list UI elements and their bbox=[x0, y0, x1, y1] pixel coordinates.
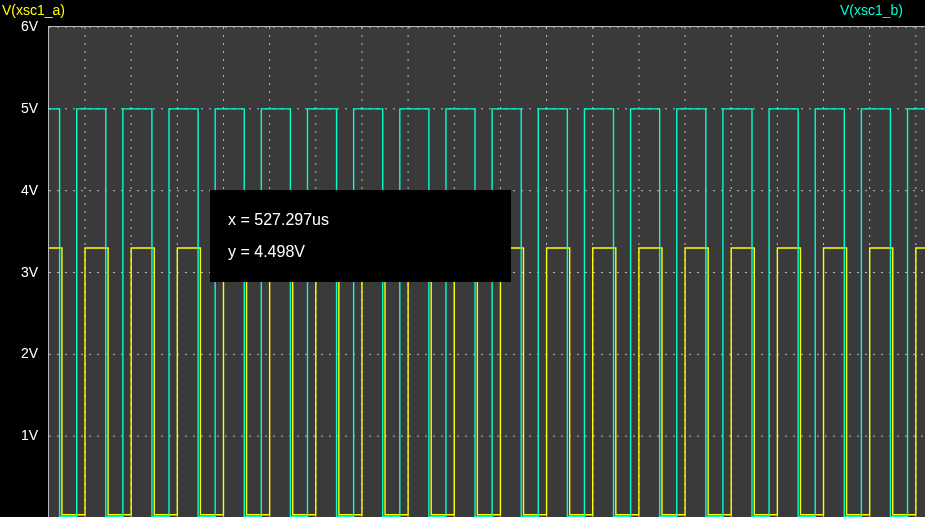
y-tick-label: 5V bbox=[21, 100, 38, 116]
y-tick-label: 1V bbox=[21, 427, 38, 443]
cursor-readout: x = 527.297us y = 4.498V bbox=[210, 190, 511, 282]
y-tick-label: 3V bbox=[21, 264, 38, 280]
trace-label-a: V(xsc1_a) bbox=[2, 2, 65, 18]
y-tick-label: 4V bbox=[21, 182, 38, 198]
y-tick-label: 2V bbox=[21, 345, 38, 361]
cursor-y-line: y = 4.498V bbox=[228, 236, 493, 268]
y-tick-label: 6V bbox=[21, 18, 38, 34]
cursor-x-line: x = 527.297us bbox=[228, 204, 493, 236]
trace-label-b: V(xsc1_b) bbox=[840, 2, 903, 18]
